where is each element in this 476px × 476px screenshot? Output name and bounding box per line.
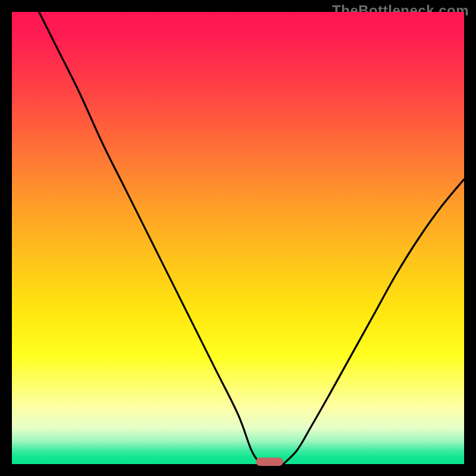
chart-frame: TheBottleneck.com (0, 0, 476, 476)
curve-path (39, 12, 464, 464)
optimal-marker (256, 458, 283, 466)
bottleneck-curve (12, 12, 464, 464)
plot-area (12, 12, 464, 464)
